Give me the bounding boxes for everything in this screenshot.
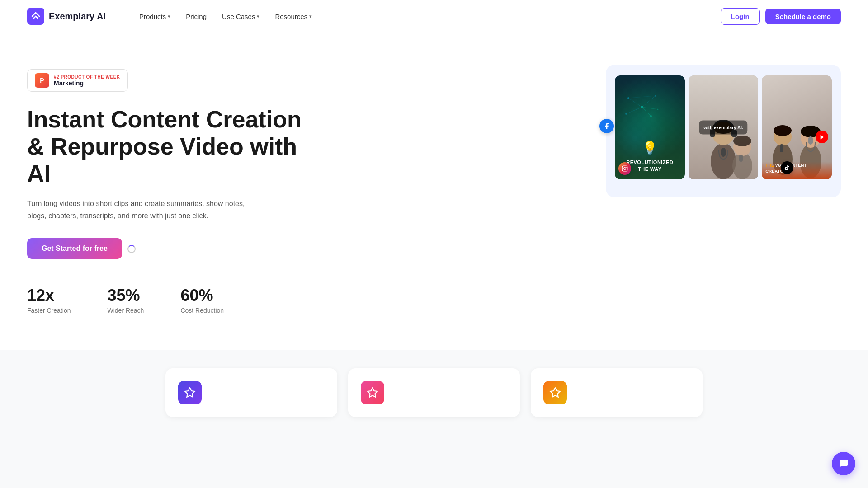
svg-marker-35 (368, 388, 377, 397)
svg-marker-34 (185, 388, 195, 397)
feature-card-2 (348, 368, 520, 417)
resources-chevron-icon: ▾ (309, 14, 312, 19)
nav-links: Products ▾ Pricing Use Cases ▾ Resources… (133, 9, 703, 24)
card3-overlay: THE WAY CONTENT CREATORS (762, 157, 832, 179)
get-started-button[interactable]: Get Started for free (27, 238, 122, 259)
nav-container: Exemplary AI Products ▾ Pricing Use Case… (27, 0, 841, 33)
instagram-icon (618, 162, 631, 175)
youtube-icon (816, 131, 828, 143)
stat-label-2: Wider Reach (107, 307, 144, 314)
svg-marker-33 (820, 135, 824, 139)
svg-rect-32 (808, 136, 813, 145)
navbar: Exemplary AI Products ▾ Pricing Use Case… (0, 0, 868, 33)
nav-pricing[interactable]: Pricing (179, 9, 213, 24)
feature-card-3 (531, 368, 703, 417)
video-grid: 💡 REVOLUTIONIZED THE WAY (615, 75, 832, 179)
badge-top-text: #2 PRODUCT OF THE WEEK (54, 75, 120, 80)
stat-value-1: 12x (27, 286, 71, 305)
feature-icon-3 (543, 381, 567, 404)
svg-point-13 (624, 168, 626, 170)
stat-cost-reduction: 60% Cost Reduction (180, 286, 224, 314)
card2-overlay: with exemplary AI. (699, 121, 747, 135)
feature-icon-1 (178, 381, 202, 404)
nav-resources[interactable]: Resources ▾ (269, 9, 318, 24)
hero-title: Instant Content Creation & Repurpose Vid… (27, 106, 316, 187)
badge-bottom-text: Marketing (54, 80, 120, 87)
svg-rect-24 (739, 155, 743, 162)
svg-point-27 (774, 125, 792, 136)
svg-rect-20 (721, 148, 726, 157)
hero-content: P #2 PRODUCT OF THE WEEK Marketing Insta… (27, 60, 316, 314)
product-of-week-badge: P #2 PRODUCT OF THE WEEK Marketing (27, 69, 128, 92)
stats-row: 12x Faster Creation 35% Wider Reach 60% … (27, 286, 316, 314)
svg-point-14 (626, 167, 627, 168)
bulb-icon: 💡 (642, 141, 658, 155)
stat-divider-2 (162, 289, 162, 311)
use-cases-chevron-icon: ▾ (257, 14, 259, 19)
hero-media: 💡 REVOLUTIONIZED THE WAY (606, 65, 841, 197)
svg-line-9 (626, 107, 642, 114)
brand-name: Exemplary AI (49, 11, 106, 22)
schedule-demo-button[interactable]: Schedule a demo (765, 9, 841, 24)
svg-line-8 (642, 107, 651, 116)
svg-line-7 (642, 96, 656, 107)
svg-line-11 (628, 96, 656, 98)
glow-decoration (629, 188, 817, 206)
hero-section: P #2 PRODUCT OF THE WEEK Marketing Insta… (0, 33, 868, 350)
svg-line-10 (642, 107, 658, 109)
badge-text: #2 PRODUCT OF THE WEEK Marketing (54, 75, 120, 87)
login-button[interactable]: Login (721, 8, 760, 25)
feature-cards-row (27, 368, 841, 417)
logo-icon (27, 8, 44, 25)
video-card-1: 💡 REVOLUTIONIZED THE WAY (615, 75, 685, 179)
svg-rect-12 (622, 166, 627, 171)
svg-line-6 (628, 98, 642, 107)
stat-divider-1 (89, 289, 89, 311)
svg-rect-28 (780, 144, 783, 152)
nav-actions: Login Schedule a demo (721, 8, 841, 25)
stat-value-3: 60% (180, 286, 224, 305)
nav-products[interactable]: Products ▾ (133, 9, 177, 24)
stat-label-1: Faster Creation (27, 307, 71, 314)
stat-value-2: 35% (107, 286, 144, 305)
hero-description: Turn long videos into short clips and cr… (27, 198, 262, 222)
badge-icon: P (35, 73, 49, 88)
feature-icon-2 (361, 381, 384, 404)
stat-wider-reach: 35% Wider Reach (107, 286, 144, 314)
chat-button[interactable] (832, 452, 855, 475)
video-panel: 💡 REVOLUTIONIZED THE WAY (606, 65, 841, 197)
loading-spinner (127, 245, 136, 253)
video-card-2: with exemplary AI. (689, 75, 759, 179)
stat-faster-creation: 12x Faster Creation (27, 286, 71, 314)
products-chevron-icon: ▾ (168, 14, 170, 19)
logo-link[interactable]: Exemplary AI (27, 8, 106, 25)
svg-marker-36 (550, 388, 560, 397)
facebook-icon (599, 119, 614, 133)
features-section (0, 350, 868, 435)
stat-label-3: Cost Reduction (180, 307, 224, 314)
tiktok-icon (781, 161, 793, 174)
video-card-3: THE WAY CONTENT CREATORS (762, 75, 832, 179)
svg-point-23 (733, 136, 751, 146)
feature-card-1 (165, 368, 337, 417)
nav-use-cases[interactable]: Use Cases ▾ (216, 9, 266, 24)
